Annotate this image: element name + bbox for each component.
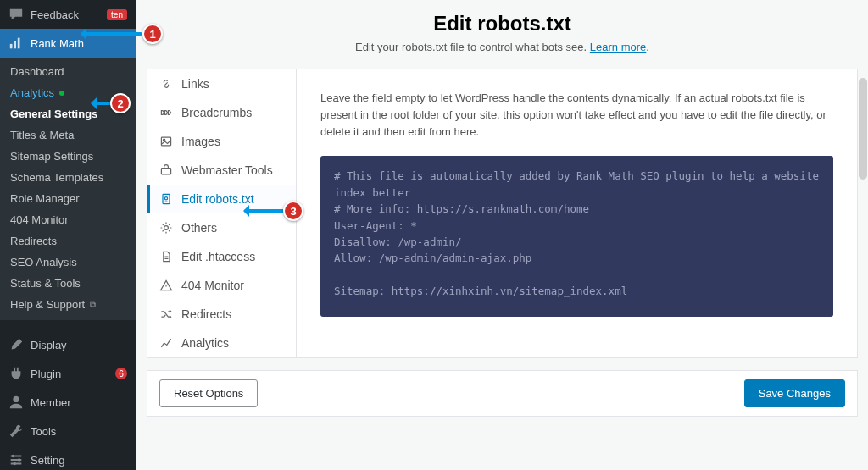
warning-icon xyxy=(159,279,173,292)
tab-links[interactable]: Links xyxy=(147,69,296,98)
submenu-404-monitor[interactable]: 404 Monitor xyxy=(0,209,136,230)
submenu-help-support[interactable]: Help & Support⧉ xyxy=(0,294,136,315)
comment-icon xyxy=(8,7,24,22)
user-icon xyxy=(8,395,24,410)
callout-arrow-1 xyxy=(81,32,142,36)
file-edit-icon xyxy=(159,250,173,263)
submenu-schema-templates[interactable]: Schema Templates xyxy=(0,167,136,188)
scrollbar[interactable] xyxy=(859,78,867,180)
tab-webmaster-tools[interactable]: Webmaster Tools xyxy=(147,156,296,185)
sidebar-item-tools[interactable]: Tools xyxy=(0,417,136,445)
sliders-icon xyxy=(8,452,24,467)
external-icon: ⧉ xyxy=(90,300,96,310)
link-icon xyxy=(159,77,173,91)
rankmath-icon xyxy=(8,36,24,51)
svg-rect-1 xyxy=(14,41,16,48)
tab-breadcrumbs[interactable]: Breadcrumbs xyxy=(147,98,296,127)
submenu-seo-analysis[interactable]: SEO Analysis xyxy=(0,252,136,273)
robots-editor[interactable]: # This file is automatically added by Ra… xyxy=(320,156,833,317)
svg-rect-9 xyxy=(161,169,170,174)
svg-point-3 xyxy=(13,396,19,402)
sidebar-item-plugin[interactable]: Plugin 6 xyxy=(0,359,136,388)
feedback-badge: ten xyxy=(107,9,127,20)
svg-point-8 xyxy=(163,139,164,141)
brush-icon xyxy=(8,337,24,352)
sidebar-item-setting[interactable]: Setting xyxy=(0,445,136,470)
breadcrumb-icon xyxy=(159,106,173,119)
toolbox-icon xyxy=(159,163,173,177)
image-icon xyxy=(159,135,173,148)
tab-images[interactable]: Images xyxy=(147,127,296,156)
sidebar-item-member[interactable]: Member xyxy=(0,388,136,417)
submenu-titles-meta[interactable]: Titles & Meta xyxy=(0,124,136,146)
tab-others[interactable]: Others xyxy=(147,213,296,242)
svg-point-11 xyxy=(164,197,167,200)
svg-rect-10 xyxy=(163,194,170,203)
callout-arrow-2 xyxy=(92,102,112,105)
chart-icon xyxy=(159,336,173,350)
callout-badge-3: 3 xyxy=(283,201,303,221)
svg-point-12 xyxy=(164,226,169,230)
separator xyxy=(0,323,136,327)
gear-icon xyxy=(159,221,173,235)
robot-file-icon xyxy=(159,192,173,206)
submenu-status-tools[interactable]: Status & Tools xyxy=(0,273,136,294)
dot-icon xyxy=(59,91,64,96)
callout-badge-1: 1 xyxy=(142,24,163,44)
plug-icon xyxy=(8,366,24,381)
tab-edit-htaccess[interactable]: Edit .htaccess xyxy=(147,242,296,271)
submenu-sitemap-settings[interactable]: Sitemap Settings xyxy=(0,146,136,167)
submenu-role-manager[interactable]: Role Manager xyxy=(0,188,136,209)
svg-point-5 xyxy=(18,458,21,462)
reset-options-button[interactable]: Reset Options xyxy=(159,379,258,407)
sidebar-item-feedback[interactable]: Feedback ten xyxy=(0,0,136,29)
tab-404-monitor[interactable]: 404 Monitor xyxy=(147,271,296,300)
plugin-count-badge: 6 xyxy=(115,368,127,379)
submenu-dashboard[interactable]: Dashboard xyxy=(0,61,136,82)
svg-rect-2 xyxy=(18,38,20,49)
tab-analytics[interactable]: Analytics xyxy=(147,329,296,357)
save-changes-button[interactable]: Save Changes xyxy=(744,379,845,407)
svg-point-4 xyxy=(12,455,15,458)
shuffle-icon xyxy=(159,307,173,321)
field-description: Leave the field empty to let WordPress h… xyxy=(320,90,833,141)
tab-redirects[interactable]: Redirects xyxy=(147,300,296,329)
svg-rect-0 xyxy=(10,44,13,48)
wrench-icon xyxy=(8,423,24,439)
page-title: Edit robots.txt xyxy=(147,12,858,36)
callout-arrow-3 xyxy=(244,209,285,213)
callout-badge-2: 2 xyxy=(110,93,131,113)
svg-point-6 xyxy=(13,462,16,466)
sidebar-item-display[interactable]: Display xyxy=(0,330,136,359)
submenu-redirects[interactable]: Redirects xyxy=(0,230,136,252)
page-subtitle: Edit your robots.txt file to control wha… xyxy=(147,41,858,53)
learn-more-link[interactable]: Learn more xyxy=(590,41,646,53)
sidebar-label: Feedback xyxy=(31,8,100,21)
